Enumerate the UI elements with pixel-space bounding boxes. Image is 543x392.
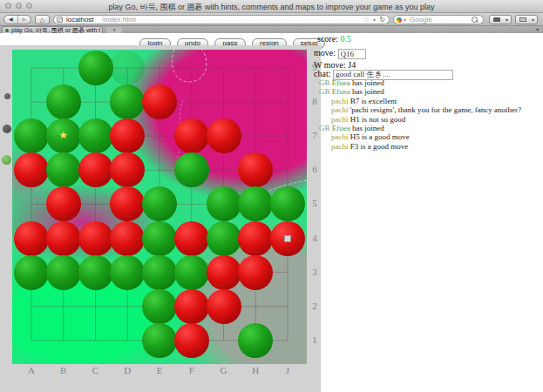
tabs-icon	[519, 17, 526, 22]
country-badge: GB	[319, 87, 332, 96]
go-board[interactable]: ★	[12, 50, 307, 364]
stone-A7[interactable]	[14, 118, 49, 153]
column-label-G: G	[218, 365, 230, 375]
chat-username: Efuea	[332, 87, 352, 96]
chevron-down-icon: ▾	[506, 17, 508, 23]
chat-log: GB Efuea has joinedGB Efuea has joinedpa…	[319, 78, 521, 151]
stone-F6[interactable]	[174, 152, 209, 187]
chat-log-line: pachi F3 is a good move	[319, 142, 521, 151]
stone-G2[interactable]	[207, 289, 241, 324]
last-move-star-marker: ★	[58, 129, 68, 141]
site-favicon-icon	[57, 17, 63, 23]
new-tab-button[interactable]: +	[106, 27, 122, 33]
chat-username: pachi	[331, 105, 350, 114]
stone-B6[interactable]	[46, 152, 81, 187]
stone-B3[interactable]	[46, 255, 81, 290]
stone-C7[interactable]	[78, 118, 113, 153]
chat-log-line: GB Efuea has joined	[319, 87, 521, 96]
column-label-E: E	[153, 365, 166, 375]
stone-H1[interactable]	[238, 323, 273, 358]
stone-E1[interactable]	[142, 323, 177, 358]
stone-F4[interactable]	[174, 221, 209, 256]
browser-window: play Go, 바둑, 围棋 or 囲碁 with hints, commen…	[0, 0, 543, 392]
column-label-F: F	[186, 365, 198, 375]
chevron-down-icon: ▾	[532, 17, 534, 23]
panel-icon	[493, 17, 500, 22]
home-icon[interactable]: ⌂	[35, 15, 50, 24]
stone-B8[interactable]	[46, 84, 81, 119]
search-icon[interactable]	[472, 17, 478, 23]
stone-B5[interactable]	[46, 186, 81, 221]
stone-C4[interactable]	[78, 221, 113, 256]
url-bar[interactable]: localhost /index.html ☆ ▾ ↻	[53, 15, 390, 24]
stone-C3[interactable]	[78, 255, 113, 290]
stone-E2[interactable]	[142, 289, 177, 324]
chat-message: has joined	[352, 124, 384, 132]
stone-D4[interactable]	[110, 221, 145, 256]
stone-F1[interactable]	[174, 323, 209, 358]
stone-B7[interactable]: ★	[46, 118, 81, 153]
search-input[interactable]: ▾ Google	[393, 15, 484, 24]
toolbar-extra-button-1[interactable]: ▾	[489, 15, 512, 24]
column-label-J: J	[282, 365, 294, 375]
browser-toolbar: ◀ ▶ ⌂ localhost /index.html ☆ ▾ ↻ ▾ Goog…	[0, 13, 543, 26]
stone-H3[interactable]	[238, 255, 273, 290]
stone-F3[interactable]	[174, 255, 209, 290]
chat-username: pachi	[331, 115, 350, 124]
score-value: 0.5	[340, 34, 351, 44]
chat-message: 'pachi resigns', thank you for the game,…	[350, 105, 521, 114]
reload-icon[interactable]: ↻	[379, 16, 385, 24]
chat-message: F3 is a good move	[350, 142, 409, 151]
chat-username: Efuea	[332, 78, 352, 87]
chat-log-line: pachi 'pachi resigns', thank you for the…	[319, 105, 521, 114]
stone-A3[interactable]	[14, 255, 49, 290]
stone-G7[interactable]	[207, 118, 241, 153]
toolbar-extra-button-2[interactable]: ▾	[515, 15, 538, 24]
stone-C9[interactable]	[78, 51, 113, 85]
stone-G4[interactable]	[207, 221, 241, 256]
row-label-3: 3	[309, 267, 321, 277]
chat-message: H5 is a good move	[350, 132, 410, 141]
move-input[interactable]	[338, 49, 366, 59]
row-label-6: 6	[309, 164, 321, 174]
chat-username: pachi	[331, 132, 350, 141]
stone-A4[interactable]	[14, 221, 49, 256]
chat-message: has joined	[352, 87, 384, 96]
stone-G3[interactable]	[207, 255, 241, 290]
tab-bar: play Go, 바둑, 围棋 or 囲碁 with h... + ▾	[0, 26, 543, 33]
chat-log-line: pachi B7 is excellent	[319, 97, 521, 105]
stone-D3[interactable]	[110, 255, 145, 290]
nav-button-group: ◀ ▶	[3, 15, 31, 24]
turn-indicator-green	[2, 155, 11, 165]
chat-username: pachi	[331, 142, 350, 151]
back-icon[interactable]: ◀	[4, 16, 18, 24]
column-label-H: H	[249, 365, 261, 375]
search-engine-dropdown-icon[interactable]: ▾	[404, 17, 406, 23]
stone-G5[interactable]	[207, 186, 241, 221]
tab-title: play Go, 바둑, 围棋 or 囲碁 with h...	[11, 27, 100, 34]
stone-J4[interactable]	[270, 221, 305, 256]
chat-username: Efuea	[332, 124, 352, 132]
row-label-5: 5	[309, 198, 321, 208]
bookmark-star-icon[interactable]: ☆	[363, 16, 370, 24]
search-engine-icon	[397, 17, 402, 23]
stone-F2[interactable]	[174, 289, 209, 324]
url-host: localhost	[66, 16, 94, 24]
stone-B4[interactable]	[46, 221, 81, 256]
chat-message: B7 is excellent	[350, 97, 397, 105]
move-label: move:	[314, 48, 336, 57]
stone-E8[interactable]	[142, 84, 177, 119]
forward-icon[interactable]: ▶	[18, 16, 31, 24]
tab-favicon-icon	[5, 29, 9, 32]
tab-play-go[interactable]: play Go, 바둑, 围棋 or 囲碁 with h...	[2, 26, 103, 33]
tab-list-dropdown-icon[interactable]: ▾	[536, 26, 539, 33]
ghost-stone-D9[interactable]	[110, 51, 145, 85]
window-title: play Go, 바둑, 围棋 or 囲碁 with hints, commen…	[0, 2, 543, 13]
stone-E4[interactable]	[142, 221, 177, 256]
stone-H4[interactable]	[238, 221, 273, 256]
url-dropdown-icon[interactable]: ▾	[373, 17, 376, 24]
stone-C6[interactable]	[78, 152, 113, 187]
stone-E3[interactable]	[142, 255, 177, 290]
stone-F7[interactable]	[174, 118, 209, 153]
row-label-4: 4	[309, 233, 321, 243]
